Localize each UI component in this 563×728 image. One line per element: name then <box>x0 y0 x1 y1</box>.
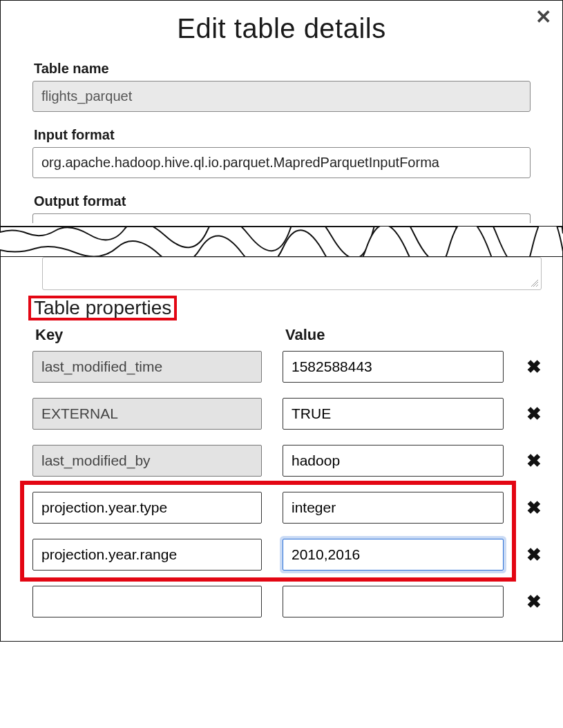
delete-row-icon[interactable]: ✖ <box>524 356 544 378</box>
input-format-label: Input format <box>34 127 531 143</box>
textarea[interactable] <box>42 257 542 290</box>
property-key-input[interactable] <box>32 492 262 524</box>
close-icon[interactable]: ✕ <box>535 8 551 27</box>
property-value-input[interactable] <box>283 351 504 383</box>
delete-row-icon[interactable]: ✖ <box>524 403 544 425</box>
table-name-label: Table name <box>34 61 531 77</box>
property-row: ✖ <box>32 445 546 477</box>
column-header-value: Value <box>285 326 543 344</box>
delete-row-icon[interactable]: ✖ <box>524 497 544 519</box>
property-row: ✖ <box>32 492 546 524</box>
property-value-input[interactable] <box>283 586 504 617</box>
property-value-input[interactable] <box>283 445 504 477</box>
input-format-input[interactable] <box>32 147 531 178</box>
delete-row-icon[interactable]: ✖ <box>524 591 544 613</box>
torn-edge-separator <box>0 227 563 257</box>
output-format-label: Output format <box>34 193 531 209</box>
property-key-input[interactable] <box>32 398 262 430</box>
property-key-input[interactable] <box>32 586 262 617</box>
property-key-input[interactable] <box>32 351 262 383</box>
property-row: ✖ <box>32 539 546 571</box>
table-properties-heading: Table properties <box>30 297 175 319</box>
dialog-title: Edit table details <box>20 13 543 44</box>
edit-table-dialog: ✕ Edit table details Table name Input fo… <box>0 0 563 227</box>
table-name-input[interactable] <box>32 81 531 112</box>
resize-grip-icon[interactable] <box>530 278 538 287</box>
delete-row-icon[interactable]: ✖ <box>524 450 544 472</box>
table-properties-panel: Table properties Key Value ✖✖✖✖✖✖ <box>0 257 563 642</box>
property-row: ✖ <box>32 351 546 383</box>
delete-row-icon[interactable]: ✖ <box>524 544 544 566</box>
output-format-input[interactable] <box>32 213 531 223</box>
column-header-key: Key <box>35 326 265 344</box>
property-key-input[interactable] <box>32 445 262 477</box>
property-row: ✖ <box>32 398 546 430</box>
property-row: ✖ <box>32 586 546 617</box>
property-value-input[interactable] <box>283 539 504 571</box>
property-value-input[interactable] <box>283 398 504 430</box>
property-value-input[interactable] <box>283 492 504 524</box>
property-key-input[interactable] <box>32 539 262 571</box>
